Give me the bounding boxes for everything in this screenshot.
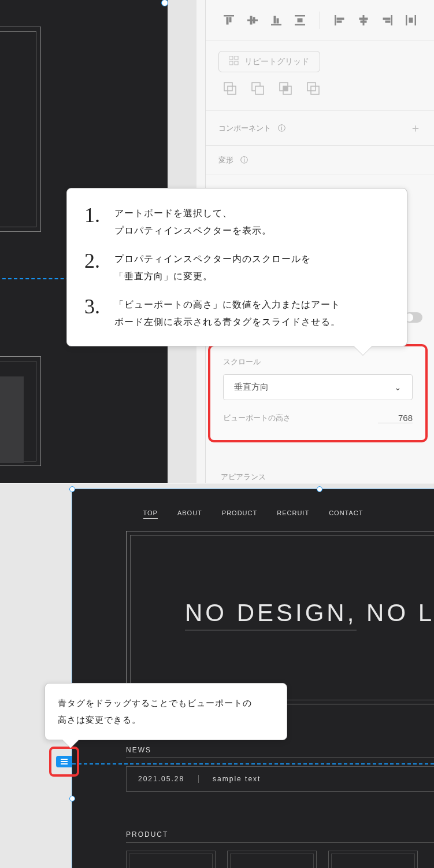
svg-rect-29 [228, 86, 236, 94]
align-top-icon[interactable] [222, 13, 235, 28]
news-heading: NEWS [126, 746, 434, 758]
add-component-button[interactable]: ＋ [410, 120, 421, 136]
svg-rect-17 [361, 21, 366, 23]
viewport-tag-highlight [49, 747, 79, 777]
svg-rect-2 [229, 17, 231, 22]
step-3-number: 3. [84, 296, 104, 317]
svg-rect-27 [235, 61, 238, 65]
news-date: 2021.05.28 [138, 775, 184, 783]
bool-subtract-icon[interactable] [251, 82, 267, 98]
repeat-grid-label: リピートグリッド [244, 57, 309, 67]
chevron-down-icon: ⌄ [394, 382, 402, 393]
toolbar-separator [320, 12, 320, 29]
svg-rect-10 [295, 24, 305, 25]
svg-rect-13 [337, 18, 344, 20]
svg-rect-23 [409, 18, 413, 23]
svg-rect-26 [229, 61, 233, 65]
svg-rect-14 [337, 21, 342, 23]
align-hcenter-icon[interactable] [357, 13, 370, 28]
align-right-icon[interactable] [380, 13, 394, 28]
svg-rect-20 [385, 21, 390, 23]
nav-product[interactable]: PRODUCT [222, 509, 257, 519]
svg-rect-11 [298, 19, 302, 22]
svg-rect-21 [406, 15, 407, 25]
bool-intersect-icon[interactable] [279, 82, 295, 98]
step-1-text: アートボードを選択して、プロパティインスペクターを表示。 [114, 205, 272, 240]
viewport-height-label: ビューポートの高さ [223, 413, 291, 423]
svg-rect-4 [250, 16, 252, 24]
hero-frame-inner [0, 31, 36, 227]
svg-rect-3 [247, 20, 258, 21]
news-item: 2021.05.28 sample text [126, 766, 434, 792]
svg-rect-19 [383, 18, 390, 20]
drag-instruction-tooltip: 青タグをドラッグすることでもビューポートの高さは変更できる。 [44, 683, 287, 740]
svg-rect-35 [307, 83, 316, 91]
selection-handle[interactable] [69, 486, 75, 492]
nav-contact[interactable]: CONTACT [329, 509, 363, 519]
svg-rect-0 [224, 15, 234, 16]
separator [198, 775, 199, 783]
selection-handle[interactable] [317, 486, 322, 492]
svg-rect-5 [253, 17, 255, 23]
nav-recruit[interactable]: RECRUIT [277, 509, 309, 519]
svg-rect-28 [224, 83, 232, 91]
svg-rect-7 [274, 16, 276, 23]
viewport-drag-handle[interactable] [56, 756, 72, 767]
svg-rect-6 [271, 24, 281, 25]
svg-rect-8 [277, 19, 279, 23]
repeat-grid-button[interactable]: リピートグリッド [218, 51, 320, 72]
step-2-text: プロパティインスペクター内のスクロールを「垂直方向」に変更。 [114, 250, 311, 286]
svg-rect-22 [415, 15, 416, 25]
svg-rect-18 [391, 15, 392, 25]
nav-about[interactable]: ABOUT [177, 509, 202, 519]
selection-handle[interactable] [69, 796, 75, 801]
news-section: NEWS 2021.05.28 sample text [126, 746, 434, 792]
image-placeholder [0, 376, 24, 463]
product-card [227, 851, 317, 868]
distribute-v-icon[interactable] [294, 13, 307, 28]
news-text: sample text [213, 775, 261, 783]
svg-rect-36 [311, 86, 319, 94]
grid-icon [229, 56, 239, 67]
component-section: コンポーネント ⓘ ＋ [206, 111, 434, 146]
scroll-direction-select[interactable]: 垂直方向 ⌄ [223, 374, 413, 400]
svg-rect-24 [229, 56, 233, 60]
scroll-label: スクロール [223, 357, 413, 367]
svg-rect-16 [359, 18, 368, 20]
svg-rect-31 [255, 86, 264, 94]
bool-union-icon[interactable] [223, 82, 239, 98]
distribute-h-icon[interactable] [405, 13, 418, 28]
product-card [328, 851, 418, 868]
align-bottom-icon[interactable] [270, 13, 283, 28]
nav-top[interactable]: TOP [143, 509, 158, 519]
product-heading: PRODUCT [126, 830, 434, 843]
appearance-section: アピアランス [208, 463, 428, 482]
align-vcenter-icon[interactable] [246, 13, 259, 28]
align-toolbar [206, 0, 434, 40]
step-1-number: 1. [84, 205, 104, 226]
svg-rect-15 [363, 15, 364, 25]
transform-label: 変形 [218, 156, 233, 164]
align-left-icon[interactable] [333, 13, 346, 28]
svg-rect-9 [295, 15, 305, 16]
viewport-guide-line [72, 763, 434, 764]
info-icon[interactable]: ⓘ [240, 156, 248, 164]
svg-rect-25 [235, 56, 238, 60]
svg-rect-1 [227, 17, 228, 24]
hero-headline: NO DESIGN, NO LIFE [185, 599, 434, 627]
component-label: コンポーネント [218, 124, 271, 132]
info-icon[interactable]: ⓘ [278, 124, 285, 132]
svg-rect-34 [283, 86, 288, 91]
product-card [126, 851, 216, 868]
instruction-tooltip: 1. アートボードを選択して、プロパティインスペクターを表示。 2. プロパティ… [66, 188, 407, 346]
site-nav: TOP ABOUT PRODUCT RECRUIT CONTACT [72, 509, 434, 519]
product-section: PRODUCT [126, 830, 434, 868]
scroll-direction-value: 垂直方向 [234, 382, 269, 393]
transform-section: 変形 ⓘ [206, 146, 434, 175]
viewport-height-input[interactable] [378, 413, 413, 423]
bool-exclude-icon[interactable] [306, 82, 322, 98]
scroll-panel: スクロール 垂直方向 ⌄ ビューポートの高さ [208, 344, 428, 442]
step-2-number: 2. [84, 250, 104, 271]
step-3-text: 「ビューポートの高さ」に数値を入力またはアートボード左側に表示される青タグをスラ… [114, 296, 340, 331]
svg-rect-12 [335, 15, 336, 25]
